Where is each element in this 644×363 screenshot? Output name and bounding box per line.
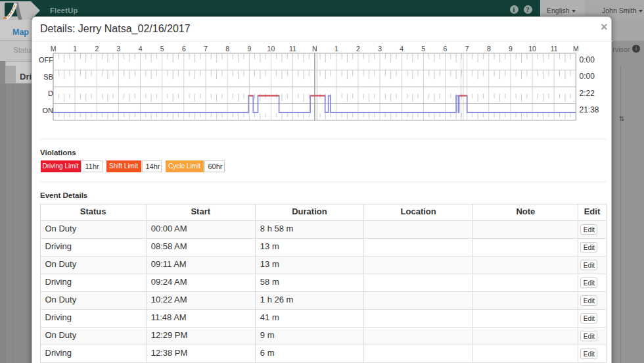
- svg-text:ON: ON: [43, 107, 54, 114]
- svg-text:M: M: [51, 45, 57, 53]
- svg-text:7: 7: [204, 45, 208, 53]
- svg-text:OFF: OFF: [39, 56, 53, 64]
- svg-text:8: 8: [225, 45, 229, 53]
- svg-text:0:00: 0:00: [580, 72, 595, 81]
- svg-text:4: 4: [400, 45, 403, 53]
- svg-text:8: 8: [487, 45, 491, 53]
- svg-text:11: 11: [551, 45, 558, 53]
- svg-text:1: 1: [73, 45, 77, 53]
- svg-text:6: 6: [444, 45, 448, 53]
- svg-text:3: 3: [116, 45, 120, 53]
- svg-text:9: 9: [247, 45, 251, 53]
- svg-text:6: 6: [182, 45, 186, 53]
- svg-text:10: 10: [267, 45, 275, 53]
- svg-text:11: 11: [289, 45, 296, 53]
- svg-text:2: 2: [95, 45, 99, 53]
- svg-text:7: 7: [465, 45, 469, 53]
- svg-text:1: 1: [334, 45, 338, 53]
- svg-text:SB: SB: [43, 73, 53, 81]
- svg-text:5: 5: [421, 45, 425, 53]
- svg-text:21:38: 21:38: [580, 105, 599, 114]
- svg-text:0:00: 0:00: [580, 55, 595, 64]
- svg-text:4: 4: [139, 45, 143, 53]
- svg-text:N: N: [312, 45, 317, 53]
- svg-text:3: 3: [378, 45, 382, 53]
- svg-text:9: 9: [509, 45, 513, 53]
- svg-text:2:22: 2:22: [580, 89, 595, 98]
- svg-text:M: M: [573, 45, 579, 53]
- svg-text:5: 5: [160, 45, 164, 53]
- svg-text:10: 10: [528, 45, 536, 53]
- svg-text:D: D: [48, 89, 53, 97]
- svg-text:2: 2: [356, 45, 360, 53]
